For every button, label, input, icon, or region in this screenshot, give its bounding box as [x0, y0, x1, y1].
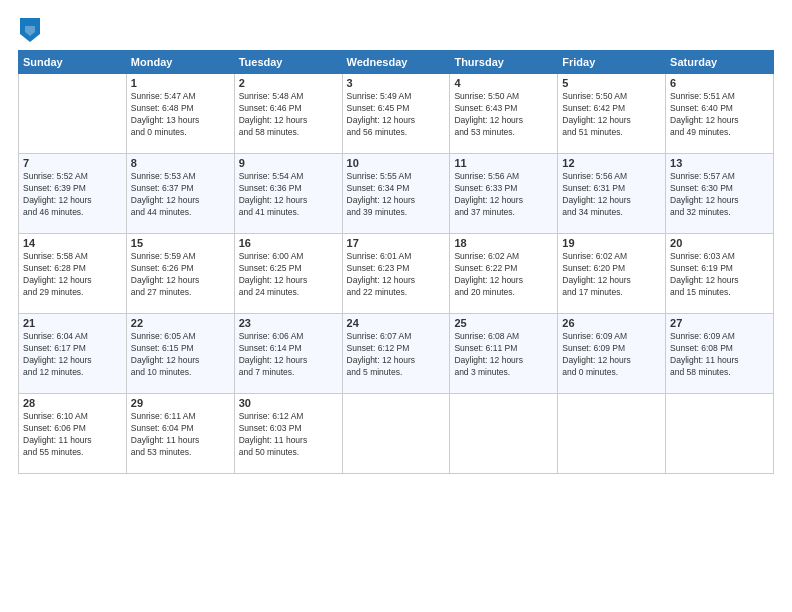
- calendar-cell: 5Sunrise: 5:50 AM Sunset: 6:42 PM Daylig…: [558, 74, 666, 154]
- day-info: Sunrise: 5:47 AM Sunset: 6:48 PM Dayligh…: [131, 91, 230, 139]
- day-info: Sunrise: 5:58 AM Sunset: 6:28 PM Dayligh…: [23, 251, 122, 299]
- calendar-cell: 12Sunrise: 5:56 AM Sunset: 6:31 PM Dayli…: [558, 154, 666, 234]
- day-info: Sunrise: 6:11 AM Sunset: 6:04 PM Dayligh…: [131, 411, 230, 459]
- calendar-cell: [19, 74, 127, 154]
- day-number: 27: [670, 317, 769, 329]
- logo-icon: [20, 18, 40, 42]
- calendar-cell: 11Sunrise: 5:56 AM Sunset: 6:33 PM Dayli…: [450, 154, 558, 234]
- day-number: 2: [239, 77, 338, 89]
- day-info: Sunrise: 6:10 AM Sunset: 6:06 PM Dayligh…: [23, 411, 122, 459]
- calendar-week-row: 7Sunrise: 5:52 AM Sunset: 6:39 PM Daylig…: [19, 154, 774, 234]
- day-info: Sunrise: 6:12 AM Sunset: 6:03 PM Dayligh…: [239, 411, 338, 459]
- calendar-cell: 26Sunrise: 6:09 AM Sunset: 6:09 PM Dayli…: [558, 314, 666, 394]
- day-number: 16: [239, 237, 338, 249]
- day-number: 28: [23, 397, 122, 409]
- day-number: 11: [454, 157, 553, 169]
- calendar-cell: [666, 394, 774, 474]
- calendar-cell: 29Sunrise: 6:11 AM Sunset: 6:04 PM Dayli…: [126, 394, 234, 474]
- day-number: 22: [131, 317, 230, 329]
- day-info: Sunrise: 5:56 AM Sunset: 6:33 PM Dayligh…: [454, 171, 553, 219]
- day-info: Sunrise: 6:07 AM Sunset: 6:12 PM Dayligh…: [347, 331, 446, 379]
- calendar-table: SundayMondayTuesdayWednesdayThursdayFrid…: [18, 50, 774, 474]
- day-number: 4: [454, 77, 553, 89]
- calendar-cell: [450, 394, 558, 474]
- calendar-cell: 14Sunrise: 5:58 AM Sunset: 6:28 PM Dayli…: [19, 234, 127, 314]
- day-info: Sunrise: 5:52 AM Sunset: 6:39 PM Dayligh…: [23, 171, 122, 219]
- day-number: 21: [23, 317, 122, 329]
- day-number: 15: [131, 237, 230, 249]
- calendar-cell: 22Sunrise: 6:05 AM Sunset: 6:15 PM Dayli…: [126, 314, 234, 394]
- calendar-cell: 21Sunrise: 6:04 AM Sunset: 6:17 PM Dayli…: [19, 314, 127, 394]
- day-number: 25: [454, 317, 553, 329]
- day-info: Sunrise: 5:50 AM Sunset: 6:43 PM Dayligh…: [454, 91, 553, 139]
- day-info: Sunrise: 6:02 AM Sunset: 6:22 PM Dayligh…: [454, 251, 553, 299]
- day-number: 1: [131, 77, 230, 89]
- day-number: 7: [23, 157, 122, 169]
- calendar-cell: 27Sunrise: 6:09 AM Sunset: 6:08 PM Dayli…: [666, 314, 774, 394]
- calendar-cell: 8Sunrise: 5:53 AM Sunset: 6:37 PM Daylig…: [126, 154, 234, 234]
- day-info: Sunrise: 5:59 AM Sunset: 6:26 PM Dayligh…: [131, 251, 230, 299]
- weekday-header: Saturday: [666, 51, 774, 74]
- calendar-cell: 17Sunrise: 6:01 AM Sunset: 6:23 PM Dayli…: [342, 234, 450, 314]
- day-number: 8: [131, 157, 230, 169]
- day-info: Sunrise: 5:57 AM Sunset: 6:30 PM Dayligh…: [670, 171, 769, 219]
- weekday-header: Tuesday: [234, 51, 342, 74]
- calendar-week-row: 21Sunrise: 6:04 AM Sunset: 6:17 PM Dayli…: [19, 314, 774, 394]
- day-number: 24: [347, 317, 446, 329]
- day-number: 13: [670, 157, 769, 169]
- day-info: Sunrise: 5:56 AM Sunset: 6:31 PM Dayligh…: [562, 171, 661, 219]
- calendar-cell: 10Sunrise: 5:55 AM Sunset: 6:34 PM Dayli…: [342, 154, 450, 234]
- day-info: Sunrise: 5:53 AM Sunset: 6:37 PM Dayligh…: [131, 171, 230, 219]
- day-number: 10: [347, 157, 446, 169]
- calendar-cell: 23Sunrise: 6:06 AM Sunset: 6:14 PM Dayli…: [234, 314, 342, 394]
- day-number: 19: [562, 237, 661, 249]
- calendar-cell: 4Sunrise: 5:50 AM Sunset: 6:43 PM Daylig…: [450, 74, 558, 154]
- day-number: 23: [239, 317, 338, 329]
- day-info: Sunrise: 5:51 AM Sunset: 6:40 PM Dayligh…: [670, 91, 769, 139]
- weekday-header: Monday: [126, 51, 234, 74]
- day-number: 17: [347, 237, 446, 249]
- day-info: Sunrise: 5:54 AM Sunset: 6:36 PM Dayligh…: [239, 171, 338, 219]
- calendar-cell: 20Sunrise: 6:03 AM Sunset: 6:19 PM Dayli…: [666, 234, 774, 314]
- day-number: 20: [670, 237, 769, 249]
- calendar-cell: 3Sunrise: 5:49 AM Sunset: 6:45 PM Daylig…: [342, 74, 450, 154]
- calendar-week-row: 1Sunrise: 5:47 AM Sunset: 6:48 PM Daylig…: [19, 74, 774, 154]
- day-number: 30: [239, 397, 338, 409]
- weekday-header: Wednesday: [342, 51, 450, 74]
- day-info: Sunrise: 6:09 AM Sunset: 6:09 PM Dayligh…: [562, 331, 661, 379]
- calendar-cell: 1Sunrise: 5:47 AM Sunset: 6:48 PM Daylig…: [126, 74, 234, 154]
- day-number: 9: [239, 157, 338, 169]
- day-number: 18: [454, 237, 553, 249]
- calendar-cell: 13Sunrise: 5:57 AM Sunset: 6:30 PM Dayli…: [666, 154, 774, 234]
- header: [18, 18, 774, 42]
- day-info: Sunrise: 5:48 AM Sunset: 6:46 PM Dayligh…: [239, 91, 338, 139]
- day-number: 12: [562, 157, 661, 169]
- day-info: Sunrise: 6:06 AM Sunset: 6:14 PM Dayligh…: [239, 331, 338, 379]
- calendar-cell: [558, 394, 666, 474]
- day-info: Sunrise: 6:08 AM Sunset: 6:11 PM Dayligh…: [454, 331, 553, 379]
- calendar-week-row: 14Sunrise: 5:58 AM Sunset: 6:28 PM Dayli…: [19, 234, 774, 314]
- weekday-header: Sunday: [19, 51, 127, 74]
- day-info: Sunrise: 6:05 AM Sunset: 6:15 PM Dayligh…: [131, 331, 230, 379]
- calendar-cell: 16Sunrise: 6:00 AM Sunset: 6:25 PM Dayli…: [234, 234, 342, 314]
- day-number: 29: [131, 397, 230, 409]
- calendar-cell: 9Sunrise: 5:54 AM Sunset: 6:36 PM Daylig…: [234, 154, 342, 234]
- weekday-header-row: SundayMondayTuesdayWednesdayThursdayFrid…: [19, 51, 774, 74]
- day-info: Sunrise: 6:04 AM Sunset: 6:17 PM Dayligh…: [23, 331, 122, 379]
- day-info: Sunrise: 5:55 AM Sunset: 6:34 PM Dayligh…: [347, 171, 446, 219]
- day-info: Sunrise: 6:09 AM Sunset: 6:08 PM Dayligh…: [670, 331, 769, 379]
- page: SundayMondayTuesdayWednesdayThursdayFrid…: [0, 0, 792, 612]
- day-number: 6: [670, 77, 769, 89]
- day-number: 3: [347, 77, 446, 89]
- day-info: Sunrise: 5:49 AM Sunset: 6:45 PM Dayligh…: [347, 91, 446, 139]
- calendar-cell: 15Sunrise: 5:59 AM Sunset: 6:26 PM Dayli…: [126, 234, 234, 314]
- day-info: Sunrise: 6:03 AM Sunset: 6:19 PM Dayligh…: [670, 251, 769, 299]
- calendar-cell: [342, 394, 450, 474]
- day-number: 14: [23, 237, 122, 249]
- weekday-header: Friday: [558, 51, 666, 74]
- calendar-cell: 19Sunrise: 6:02 AM Sunset: 6:20 PM Dayli…: [558, 234, 666, 314]
- calendar-cell: 2Sunrise: 5:48 AM Sunset: 6:46 PM Daylig…: [234, 74, 342, 154]
- day-info: Sunrise: 5:50 AM Sunset: 6:42 PM Dayligh…: [562, 91, 661, 139]
- calendar-week-row: 28Sunrise: 6:10 AM Sunset: 6:06 PM Dayli…: [19, 394, 774, 474]
- calendar-cell: 30Sunrise: 6:12 AM Sunset: 6:03 PM Dayli…: [234, 394, 342, 474]
